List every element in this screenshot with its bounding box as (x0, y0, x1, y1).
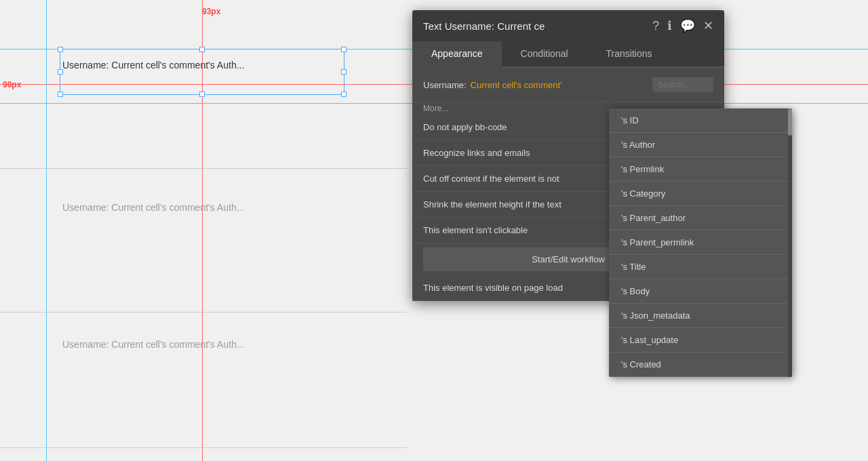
dropdown-item-author[interactable]: 's Author (609, 133, 792, 157)
dropdown-item-title[interactable]: 's Title (609, 255, 792, 279)
canvas-text-element-1[interactable]: Username: Current cell's comment's Auth.… (62, 202, 244, 213)
panel-body: Username: Current cell's comment' More..… (412, 68, 724, 301)
formula-search-input[interactable] (652, 77, 713, 92)
dropdown-scrollbar-thumb (788, 108, 792, 136)
row-divider-3 (0, 447, 407, 448)
comment-icon[interactable]: 💬 (680, 18, 695, 33)
tab-transitions[interactable]: Transitions (587, 41, 671, 68)
ruler-label-98: 98px (3, 80, 21, 89)
help-icon[interactable]: ? (652, 19, 659, 33)
tab-appearance[interactable]: Appearance (412, 41, 502, 68)
handle-bottom-right[interactable] (341, 92, 347, 97)
dropdown-item-permlink[interactable]: 's Permlink (609, 157, 792, 182)
handle-top-right[interactable] (341, 47, 347, 52)
dropdown-item-json-metadata[interactable]: 's Json_metadata (609, 304, 792, 328)
guide-vertical-blue-1 (46, 0, 47, 461)
dropdown-item-id[interactable]: 's ID (609, 108, 792, 133)
info-icon[interactable]: ℹ (667, 18, 672, 33)
handle-middle-right[interactable] (341, 69, 347, 75)
canvas-text-element-2[interactable]: Username: Current cell's comment's Auth.… (62, 339, 244, 350)
panel-tabs: Appearance Conditional Transitions (412, 41, 724, 68)
panel-header-icons: ? ℹ 💬 ✕ (652, 18, 713, 33)
handle-top-middle[interactable] (199, 47, 205, 52)
tab-conditional[interactable]: Conditional (502, 41, 587, 68)
row-divider-2 (0, 312, 407, 313)
formula-row: Username: Current cell's comment' (412, 68, 724, 102)
text-element-panel: Text Username: Current ce ? ℹ 💬 ✕ Appear… (412, 10, 724, 301)
dropdown-item-parent-permlink[interactable]: 's Parent_permlink (609, 230, 792, 255)
handle-bottom-left[interactable] (58, 92, 63, 97)
panel-title: Text Username: Current ce (423, 20, 545, 32)
element-selected-text: Username: Current cell's comment's Auth.… (62, 60, 244, 71)
formula-value[interactable]: Current cell's comment' (471, 80, 562, 90)
handle-top-left[interactable] (58, 47, 63, 52)
close-icon[interactable]: ✕ (703, 18, 713, 33)
dropdown-item-parent-author[interactable]: 's Parent_author (609, 206, 792, 230)
dropdown-scrollbar[interactable] (788, 108, 792, 377)
dropdown-item-last-update[interactable]: 's Last_update (609, 328, 792, 353)
selected-element[interactable] (60, 49, 344, 95)
panel-header: Text Username: Current ce ? ℹ 💬 ✕ (412, 10, 724, 41)
formula-dropdown: 's ID 's Author 's Permlink 's Category … (609, 108, 792, 377)
ruler-label-93: 93px (202, 7, 220, 16)
dropdown-item-created[interactable]: 's Created (609, 353, 792, 377)
formula-label: Username: (423, 80, 467, 90)
handle-bottom-middle[interactable] (199, 92, 205, 97)
dropdown-item-category[interactable]: 's Category (609, 182, 792, 206)
dropdown-item-body[interactable]: 's Body (609, 279, 792, 304)
row-divider-1 (0, 168, 407, 169)
